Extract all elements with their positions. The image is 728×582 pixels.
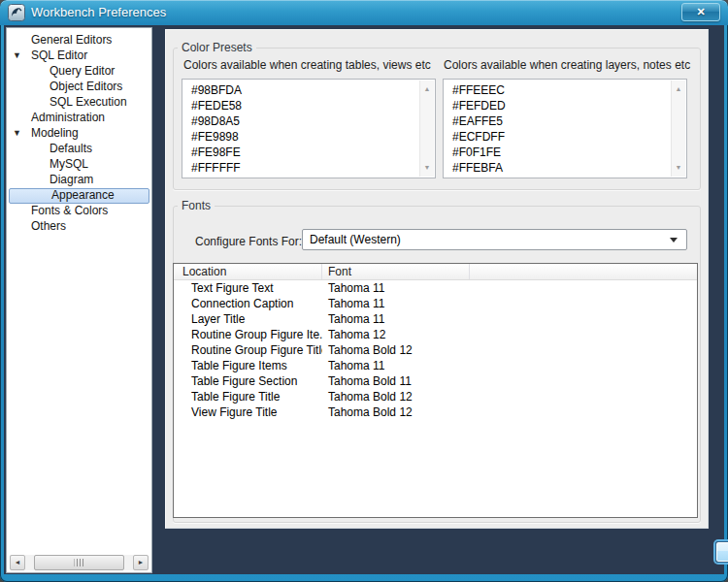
dialog-body: General Editors▼SQL EditorQuery EditorOb… [4, 25, 724, 574]
scroll-up-icon[interactable]: ▲ [672, 82, 685, 96]
table-row[interactable]: Layer TitleTahoma 11 [174, 311, 697, 327]
color-value[interactable]: #98D8A5 [191, 113, 417, 129]
configure-fonts-dropdown[interactable]: Default (Western) [302, 229, 687, 250]
color-value[interactable]: #ECFDFF [452, 129, 669, 145]
color-list: #FFEEEC#FEFDED#EAFFE5#ECFDFF#F0F1FE#FFEB… [452, 82, 669, 176]
sidebar-item-object-editors[interactable]: Object Editors [8, 80, 150, 95]
fonts-group: Fonts Configure Fonts For: Default (West… [173, 206, 701, 523]
color-value[interactable]: #FFEBFA [452, 160, 669, 176]
table-row[interactable]: View Figure TitleTahoma Bold 12 [174, 404, 697, 420]
sidebar-item-sql-editor[interactable]: ▼SQL Editor [8, 48, 150, 64]
location-cell: Routine Group Figure Title [174, 342, 322, 358]
sidebar-item-label: Fonts & Colors [31, 204, 150, 218]
mysql-workbench-icon [8, 4, 25, 21]
table-row[interactable]: Connection CaptionTahoma 11 [174, 296, 697, 311]
color-value[interactable]: #98BFDA [191, 82, 417, 98]
color-list: #98BFDA#FEDE58#98D8A5#FE9898#FE98FE#FFFF… [191, 82, 417, 176]
scroll-left-icon[interactable]: ◄ [10, 555, 25, 570]
table-row[interactable]: Table Figure SectionTahoma Bold 11 [174, 373, 697, 389]
table-row[interactable]: Routine Group Figure TitleTahoma Bold 12 [174, 342, 697, 358]
preferences-tree: General Editors▼SQL EditorQuery EditorOb… [8, 33, 150, 235]
title-bar[interactable]: Workbench Preferences ✕ [0, 0, 728, 25]
sidebar-item-modeling[interactable]: ▼Modeling [8, 126, 150, 142]
color-value[interactable]: #FEDE58 [191, 98, 417, 113]
listbox-scrollbar[interactable]: ▲ ▼ [419, 81, 434, 177]
sidebar-item-label: SQL Execution [50, 95, 150, 110]
font-cell: Tahoma 11 [322, 311, 697, 327]
dropdown-selected-value: Default (Western) [310, 230, 401, 249]
layers-colors-caption: Colors available when creating layers, n… [444, 58, 690, 72]
close-button[interactable]: ✕ [681, 3, 720, 21]
sidebar-item-label: Administration [31, 111, 150, 125]
sidebar-item-diagram[interactable]: Diagram [8, 173, 150, 188]
font-settings-table: Location Font Text Figure TextTahoma 11C… [173, 263, 698, 518]
scrollbar-thumb[interactable] [34, 555, 124, 570]
sidebar-item-label: Others [31, 219, 150, 234]
preferences-dialog: Workbench Preferences ✕ General Editors▼… [0, 0, 728, 582]
font-cell: Tahoma Bold 11 [322, 373, 697, 389]
ok-button[interactable]: OK [715, 541, 728, 563]
location-cell: Table Figure Section [174, 373, 322, 389]
font-cell: Tahoma 12 [322, 327, 697, 342]
sidebar-item-general-editors[interactable]: General Editors [8, 33, 150, 48]
color-value[interactable]: #FE98FE [191, 145, 417, 160]
color-value[interactable]: #FE9898 [191, 129, 417, 145]
column-header-location[interactable]: Location [174, 264, 322, 279]
group-title: Color Presets [178, 41, 256, 54]
sidebar-item-sql-execution[interactable]: SQL Execution [8, 95, 150, 111]
tables-colors-caption: Colors available when creating tables, v… [183, 58, 431, 72]
sidebar-item-label: Query Editor [50, 64, 150, 79]
sidebar-horizontal-scrollbar[interactable]: ◄ ► [10, 555, 149, 570]
listbox-scrollbar[interactable]: ▲ ▼ [671, 81, 685, 177]
color-value[interactable]: #F0F1FE [452, 145, 669, 160]
sidebar-item-others[interactable]: Others [8, 219, 150, 235]
sidebar-item-query-editor[interactable]: Query Editor [8, 64, 150, 80]
close-icon: ✕ [696, 6, 705, 17]
configure-fonts-label: Configure Fonts For: [195, 235, 302, 248]
color-value[interactable]: #FFFFFF [191, 160, 417, 176]
font-cell: Tahoma Bold 12 [322, 389, 697, 404]
location-cell: Connection Caption [174, 296, 322, 311]
table-row[interactable]: Table Figure ItemsTahoma 11 [174, 358, 697, 373]
expand-arrow-icon[interactable]: ▼ [13, 48, 21, 63]
sidebar-item-label: Object Editors [50, 80, 150, 94]
scroll-down-icon[interactable]: ▼ [672, 161, 685, 175]
location-cell: Routine Group Figure Ite... [174, 327, 322, 342]
color-value[interactable]: #FEFDED [452, 98, 669, 113]
column-header-empty [470, 264, 697, 279]
sidebar-item-label: SQL Editor [31, 48, 150, 63]
font-table-body: Text Figure TextTahoma 11Connection Capt… [174, 280, 697, 420]
table-header: Location Font [174, 264, 697, 280]
table-row[interactable]: Table Figure TitleTahoma Bold 12 [174, 389, 697, 404]
font-cell: Tahoma 11 [322, 280, 697, 296]
window-title: Workbench Preferences [31, 0, 166, 25]
tables-colors-listbox[interactable]: #98BFDA#FEDE58#98D8A5#FE9898#FE98FE#FFFF… [182, 79, 436, 178]
appearance-panel: Color Presets Colors available when crea… [165, 29, 709, 529]
table-row[interactable]: Routine Group Figure Ite...Tahoma 12 [174, 327, 697, 342]
sidebar-item-mysql[interactable]: MySQL [8, 157, 150, 173]
sidebar-item-fonts-colors[interactable]: Fonts & Colors [8, 204, 150, 219]
location-cell: Layer Title [174, 311, 322, 327]
color-value[interactable]: #EAFFE5 [452, 113, 669, 129]
expand-arrow-icon[interactable]: ▼ [13, 126, 21, 141]
color-value[interactable]: #FFEEEC [452, 82, 669, 98]
layers-colors-listbox[interactable]: #FFEEEC#FEFDED#EAFFE5#ECFDFF#F0F1FE#FFEB… [443, 79, 687, 178]
scroll-down-icon[interactable]: ▼ [420, 161, 434, 175]
sidebar-item-defaults[interactable]: Defaults [8, 142, 150, 157]
group-title: Fonts [178, 199, 215, 212]
table-row[interactable]: Text Figure TextTahoma 11 [174, 280, 697, 296]
location-cell: Text Figure Text [174, 280, 322, 296]
font-cell: Tahoma Bold 12 [322, 404, 697, 420]
scroll-right-icon[interactable]: ► [133, 555, 149, 570]
chevron-down-icon [670, 238, 678, 242]
scrollbar-grip-icon [74, 559, 84, 566]
location-cell: Table Figure Items [174, 358, 322, 373]
scroll-up-icon[interactable]: ▲ [420, 82, 434, 96]
sidebar-item-administration[interactable]: Administration [8, 111, 150, 126]
sidebar-item-label: Defaults [50, 142, 150, 156]
column-header-font[interactable]: Font [322, 264, 470, 279]
sidebar-item-appearance[interactable]: Appearance [9, 188, 149, 204]
location-cell: View Figure Title [174, 404, 322, 420]
color-presets-group: Color Presets Colors available when crea… [173, 48, 701, 190]
preferences-sidebar: General Editors▼SQL EditorQuery EditorOb… [6, 27, 152, 573]
